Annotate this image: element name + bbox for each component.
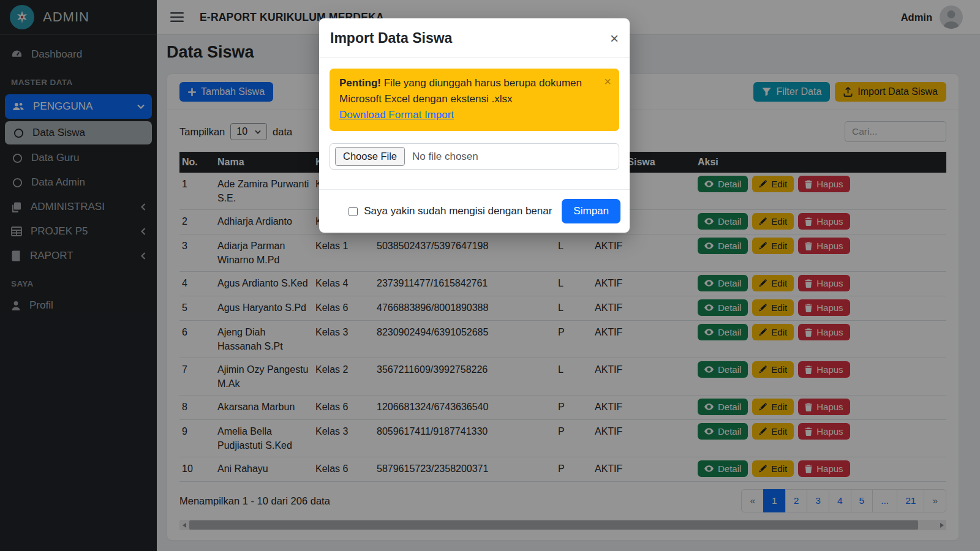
import-data-siswa-modal: Import Data Siswa × Penting! File yang d…: [319, 18, 630, 233]
download-format-link[interactable]: Download Format Import: [339, 109, 454, 121]
simpan-button[interactable]: Simpan: [562, 199, 620, 223]
alert-close-icon[interactable]: ×: [604, 75, 611, 89]
confirm-label: Saya yakin sudah mengisi dengan benar: [364, 205, 552, 217]
choose-file-button[interactable]: Choose File: [335, 147, 405, 166]
confirm-checkbox[interactable]: [349, 207, 358, 216]
modal-close-icon[interactable]: ×: [610, 32, 619, 44]
modal-title: Import Data Siswa: [330, 30, 452, 47]
alert-strong: Penting!: [339, 77, 381, 89]
file-input[interactable]: Choose File No file chosen: [330, 143, 619, 170]
warning-alert: Penting! File yang diunggah harus berupa…: [330, 69, 619, 131]
file-status-text: No file chosen: [412, 151, 478, 163]
